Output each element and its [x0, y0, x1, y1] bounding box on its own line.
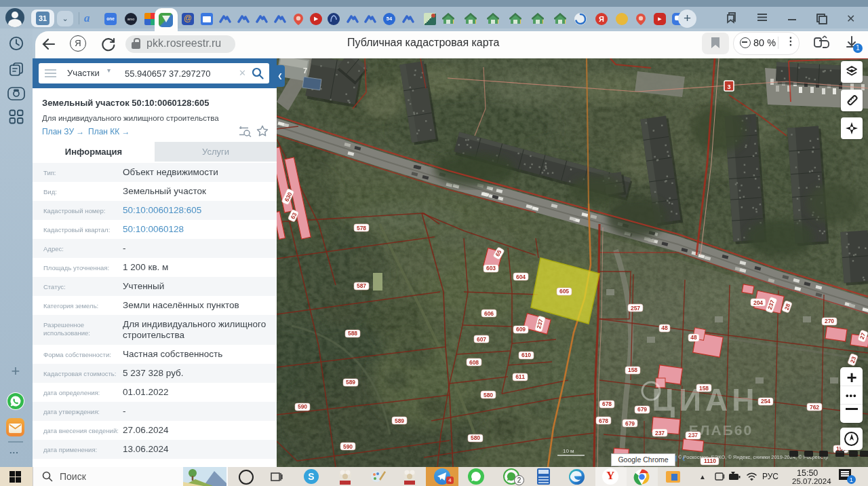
- svg-text:270: 270: [825, 318, 834, 324]
- svg-text:607: 607: [477, 336, 486, 343]
- svg-text:589: 589: [395, 417, 404, 424]
- svg-text:588: 588: [348, 330, 357, 337]
- svg-text:3: 3: [727, 83, 730, 90]
- svg-text:257: 257: [631, 305, 640, 312]
- svg-text:158: 158: [628, 367, 637, 373]
- svg-text:587: 587: [357, 282, 366, 289]
- svg-text:609: 609: [516, 326, 526, 333]
- svg-text:ЦИАН: ЦИАН: [652, 382, 758, 417]
- svg-text:580: 580: [471, 434, 480, 441]
- svg-text:580: 580: [484, 392, 493, 398]
- svg-text:603: 603: [486, 265, 496, 272]
- svg-text:ЕЛАБ60: ЕЛАБ60: [689, 422, 753, 438]
- svg-text:604: 604: [516, 274, 526, 280]
- svg-text:678: 678: [602, 400, 612, 407]
- svg-text:611: 611: [515, 373, 525, 380]
- svg-text:608: 608: [469, 359, 479, 366]
- svg-text:679: 679: [625, 420, 635, 427]
- svg-text:590: 590: [298, 403, 307, 410]
- svg-text:605: 605: [559, 288, 569, 295]
- svg-text:48: 48: [690, 334, 697, 341]
- svg-text:254: 254: [761, 398, 770, 405]
- svg-text:606: 606: [484, 310, 494, 317]
- svg-text:679: 679: [637, 406, 647, 413]
- svg-text:10 м: 10 м: [563, 448, 574, 454]
- svg-text:204: 204: [753, 299, 763, 306]
- svg-text:237: 237: [655, 430, 665, 436]
- svg-text:48: 48: [661, 324, 668, 331]
- svg-text:7: 7: [303, 67, 307, 75]
- svg-text:578: 578: [357, 225, 366, 231]
- svg-text:610: 610: [521, 352, 531, 358]
- svg-text:762: 762: [810, 404, 819, 411]
- svg-text:590: 590: [343, 443, 353, 450]
- svg-text:589: 589: [346, 379, 355, 386]
- svg-text:678: 678: [599, 417, 608, 424]
